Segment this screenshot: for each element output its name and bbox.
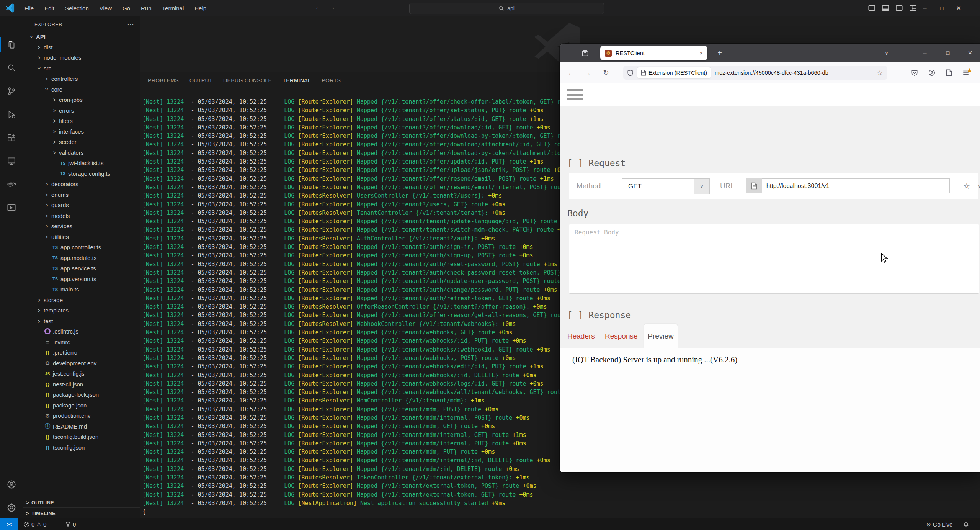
problems-status[interactable]: 0 ⚠ 0 bbox=[24, 518, 46, 530]
toggle-sidebar-icon[interactable] bbox=[867, 3, 877, 13]
go-live-button[interactable]: ⊘ Go Live bbox=[926, 518, 952, 530]
command-center-search[interactable]: api bbox=[409, 3, 604, 14]
url-file-icon[interactable] bbox=[746, 178, 762, 193]
menu-go[interactable]: Go bbox=[118, 3, 135, 13]
response-section-header[interactable]: [-] Response bbox=[567, 310, 631, 320]
menu-edit[interactable]: Edit bbox=[40, 3, 59, 13]
menu-hamburger-icon[interactable] bbox=[960, 67, 972, 78]
tree-item-interfaces[interactable]: >interfaces bbox=[23, 126, 140, 137]
docker-icon[interactable] bbox=[0, 175, 23, 194]
menu-terminal[interactable]: Terminal bbox=[158, 3, 189, 13]
tree-item-nest-cli.json[interactable]: >{}nest-cli.json bbox=[23, 379, 140, 390]
tree-item-filters[interactable]: >filters bbox=[23, 116, 140, 126]
tree-item-package-lock.json[interactable]: >{}package-lock.json bbox=[23, 389, 140, 400]
tree-item-development.env[interactable]: >⚙development.env bbox=[23, 358, 140, 369]
tree-item-jwt-blacklist.ts[interactable]: >TSjwt-blacklist.ts bbox=[23, 158, 140, 168]
menu-run[interactable]: Run bbox=[136, 3, 156, 13]
tracking-protection-shield-icon[interactable] bbox=[627, 70, 634, 76]
response-tab-preview[interactable]: Preview bbox=[644, 324, 678, 348]
response-tab-headers[interactable]: Headers bbox=[567, 324, 603, 348]
panel-tab-debug-console[interactable]: DEBUG CONSOLE bbox=[218, 72, 277, 88]
toggle-panel-icon[interactable] bbox=[880, 3, 890, 13]
tree-item-services[interactable]: >services bbox=[23, 221, 140, 232]
menu-view[interactable]: View bbox=[95, 3, 116, 13]
list-all-tabs-icon[interactable]: ∨ bbox=[880, 44, 893, 62]
tree-item-.prettierrc[interactable]: >{}.prettierrc bbox=[23, 347, 140, 358]
tree-item-app.version.ts[interactable]: >TSapp.version.ts bbox=[23, 274, 140, 285]
tree-item-app.controller.ts[interactable]: >TSapp.controller.ts bbox=[23, 242, 140, 253]
tree-item-controllers[interactable]: >controllers bbox=[23, 74, 140, 84]
favorite-star-icon[interactable]: ☆ bbox=[963, 182, 970, 191]
tree-item-tsconfig.build.json[interactable]: >{}tsconfig.build.json bbox=[23, 432, 140, 442]
extensions-icon[interactable] bbox=[0, 129, 23, 147]
tree-item-templates[interactable]: >templates bbox=[23, 305, 140, 316]
method-select[interactable]: GET ∨ bbox=[622, 178, 710, 194]
menu-selection[interactable]: Selection bbox=[60, 3, 93, 13]
window-minimize-icon[interactable]: – bbox=[916, 0, 933, 16]
tree-item-package.json[interactable]: >{}package.json bbox=[23, 400, 140, 411]
tree-item-production.env[interactable]: >⚙production.env bbox=[23, 411, 140, 421]
tree-item-dist[interactable]: >dist bbox=[23, 42, 140, 53]
tree-item-main.ts[interactable]: >TSmain.ts bbox=[23, 284, 140, 295]
ports-status[interactable]: 0 bbox=[65, 518, 76, 530]
response-tab-response[interactable]: Response bbox=[605, 324, 643, 348]
files-icon[interactable] bbox=[0, 36, 23, 54]
nav-forward-icon[interactable]: → bbox=[582, 67, 593, 78]
remote-indicator[interactable]: >< bbox=[0, 518, 18, 530]
window-maximize-icon[interactable]: □ bbox=[933, 0, 950, 16]
new-tab-icon[interactable]: + bbox=[713, 44, 727, 62]
toggle-secondary-sidebar-icon[interactable] bbox=[894, 3, 904, 13]
tree-item-utilities[interactable]: >utilities bbox=[23, 232, 140, 242]
tree-item-app.service.ts[interactable]: >TSapp.service.ts bbox=[23, 263, 140, 274]
tree-item-decorators[interactable]: >decorators bbox=[23, 179, 140, 190]
tree-item-models[interactable]: >models bbox=[23, 211, 140, 221]
browser-tab-restclient[interactable]: ⚙ RESTClient × bbox=[600, 46, 707, 60]
account-icon[interactable] bbox=[926, 67, 938, 78]
browser-maximize-icon[interactable]: □ bbox=[941, 44, 955, 62]
outline-section[interactable]: > OUTLINE bbox=[23, 497, 140, 508]
menu-file[interactable]: File bbox=[20, 3, 38, 13]
body-section-header[interactable]: Body bbox=[567, 208, 588, 218]
search-icon[interactable] bbox=[0, 59, 23, 77]
history-forward-icon[interactable]: → bbox=[328, 3, 336, 11]
tree-item-errors[interactable]: >errors bbox=[23, 105, 140, 116]
nav-back-icon[interactable]: ← bbox=[565, 67, 577, 78]
nav-reload-icon[interactable]: ↻ bbox=[600, 67, 612, 78]
tree-item-.eslintrc.js[interactable]: >.eslintrc.js bbox=[23, 326, 140, 337]
url-bar[interactable]: Extension (RESTClient) moz-extension://4… bbox=[623, 66, 887, 80]
bookmark-star-icon[interactable]: ☆ bbox=[877, 69, 883, 77]
firefox-view-icon[interactable] bbox=[578, 44, 592, 62]
tree-item-.nvmrc[interactable]: >≡.nvmrc bbox=[23, 337, 140, 348]
live-preview-icon[interactable] bbox=[0, 199, 23, 217]
tree-item-seeder[interactable]: >seeder bbox=[23, 137, 140, 147]
window-close-icon[interactable]: ✕ bbox=[950, 0, 967, 16]
run-debug-icon[interactable] bbox=[0, 105, 23, 124]
panel-tab-problems[interactable]: PROBLEMS bbox=[142, 72, 184, 88]
extensions-icon[interactable] bbox=[943, 67, 955, 78]
request-section-header[interactable]: [-] Request bbox=[567, 158, 626, 168]
chevron-down-icon[interactable]: ∨ bbox=[978, 183, 980, 189]
history-back-icon[interactable]: ← bbox=[315, 3, 322, 11]
tree-item-node-modules[interactable]: >node_modules bbox=[23, 52, 140, 63]
tree-item-cron-jobs[interactable]: >cron-jobs bbox=[23, 95, 140, 105]
explorer-more-actions-icon[interactable]: ⋯ bbox=[127, 20, 134, 28]
tree-item-test[interactable]: >test bbox=[23, 316, 140, 327]
remote-explorer-icon[interactable] bbox=[0, 152, 23, 170]
tree-item-enums[interactable]: >enums bbox=[23, 190, 140, 200]
panel-tab-terminal[interactable]: TERMINAL bbox=[277, 72, 316, 88]
url-text[interactable]: moz-extension://45000c48-dfcc-431a-b660-… bbox=[715, 70, 872, 76]
request-url-input[interactable] bbox=[762, 178, 950, 193]
settings-gear-icon[interactable] bbox=[0, 498, 23, 517]
tree-item-jest.config.js[interactable]: >JSjest.config.js bbox=[23, 368, 140, 379]
tree-item-guards[interactable]: >guards bbox=[23, 200, 140, 211]
browser-close-icon[interactable]: × bbox=[963, 44, 977, 62]
source-control-icon[interactable] bbox=[0, 82, 23, 100]
tree-item-app.module.ts[interactable]: >TSapp.module.ts bbox=[23, 253, 140, 263]
tree-item-readme.md[interactable]: >ⓘREADME.md bbox=[23, 421, 140, 432]
menu-help[interactable]: Help bbox=[190, 3, 211, 13]
tree-item-api[interactable]: >API bbox=[23, 31, 140, 42]
pocket-shield-icon[interactable] bbox=[909, 67, 920, 78]
tree-item-storage[interactable]: >storage bbox=[23, 295, 140, 306]
tree-item-src[interactable]: >src bbox=[23, 63, 140, 74]
tree-item-storage.config.ts[interactable]: >TSstorage.config.ts bbox=[23, 168, 140, 179]
